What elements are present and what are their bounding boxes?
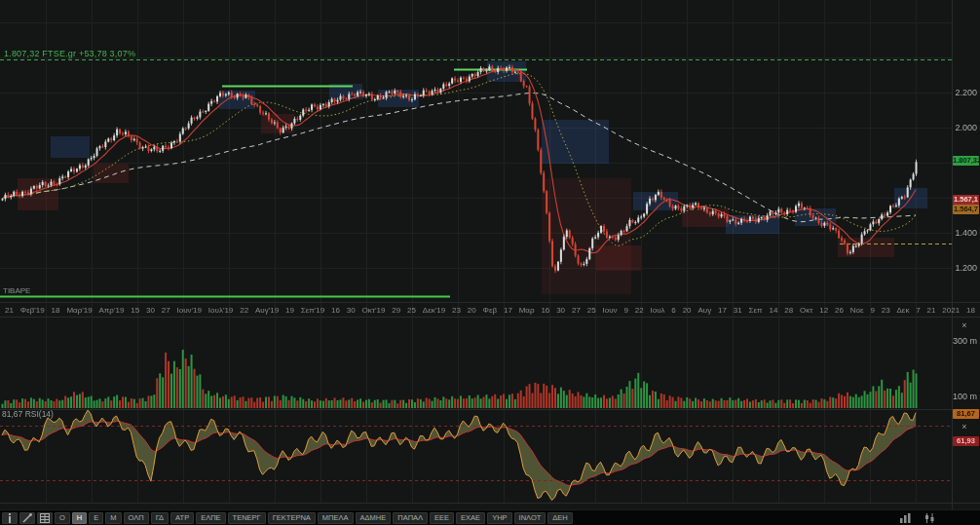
ticker-tenerg[interactable]: ΤΕΝΕΡΓ [228,512,266,524]
time-axis-label: Σεπ'19 [301,306,324,315]
time-axis-label: 21 [927,306,936,315]
time-axis-label: 14 [769,306,777,315]
timeframe-O[interactable]: Ο [55,512,70,524]
ticker-exae[interactable]: ΕΧΑΕ [456,512,485,524]
time-axis-label: 21 [5,306,14,315]
timeframe-H[interactable]: Η [72,512,87,524]
time-axis[interactable]: 21Φεβ'1918Μαρ'19Απρ'19153027Ιουν'19Ιουλ'… [0,304,980,316]
trading-chart-app: 1.807,32 FTSE.gr +53,78 3,07% ΤΙΒΑΡΕ 81,… [0,0,980,525]
draw-icon[interactable] [19,512,35,524]
time-axis-label: 27 [162,306,170,315]
ticker-gd[interactable]: ΓΔ [151,512,169,524]
ticker-olp[interactable]: ΟΛΠ [124,512,149,524]
time-axis-label: Ιουν [602,306,617,315]
time-axis-label: Ιουλ [650,306,664,315]
ticker-atr[interactable]: ΑΤΡ [170,512,194,524]
time-axis-label: 30 [146,306,155,315]
time-axis-label: Οκτ [800,306,812,315]
price-tag: 1.567,1 [953,195,979,205]
time-axis-label: Φεβ [483,306,498,315]
time-axis-label: 16 [541,306,549,315]
time-axis-label: 31 [734,306,742,315]
time-axis-label: 9 [870,306,874,315]
time-axis-label: Αυγ'19 [255,306,279,315]
grid-icon[interactable] [37,512,53,524]
ticker-inlot[interactable]: ΙΝΛΟΤ [514,512,547,524]
candlestick-icon[interactable] [921,512,939,524]
time-axis-label: 20 [683,306,692,315]
price-tag: 1.564,7 [953,205,979,214]
time-axis-label: 12 [819,306,828,315]
close-volume-pane-button[interactable]: × [960,320,969,330]
ticker-gekterna[interactable]: ΓΕΚΤΕΡΝΑ [268,512,316,524]
time-axis-label: 19 [285,306,294,315]
time-axis-label: 7 [916,306,920,315]
timeframe-E[interactable]: Ε [89,512,103,524]
info-icon[interactable] [2,512,18,524]
ticker-admie[interactable]: ΑΔΜΗΕ [356,512,392,524]
time-axis-label: 29 [392,306,400,315]
time-axis-label: Νοε [850,306,864,315]
toolbar-right-icons [896,512,939,524]
time-axis-label: 20 [468,306,476,315]
timeframe-M[interactable]: Μ [105,512,121,524]
ticker-papal[interactable]: ΠΑΠΑΛ [393,512,428,524]
bar-chart-icon[interactable] [896,512,915,524]
time-axis-label: Φεβ'19 [20,306,45,315]
time-axis-label: 15 [131,306,139,315]
time-axis-label: Οκτ'19 [362,306,386,315]
price-tag: 1.807,32 [953,156,979,166]
price-axis-tick: 1.200 [952,263,977,273]
time-axis-label: 22 [635,306,644,315]
time-axis-label: 17 [718,306,727,315]
volume-axis-tick: 100 m [952,392,977,401]
ticker-elpe[interactable]: ΕΛΠΕ [196,512,225,524]
time-axis-label: 30 [347,306,356,315]
ticker-yhr[interactable]: ΥΗΡ [487,512,511,524]
time-axis-label: 16 [331,306,340,315]
time-axis-label: Αυγ [697,306,711,315]
price-axis-tick: 2.000 [952,123,977,132]
ticker-eee[interactable]: ΕΕΕ [430,512,454,524]
time-axis-label: Μαρ [519,306,535,315]
time-axis-label: 18 [52,306,60,315]
time-axis-label: 2021 [942,306,960,315]
ticker-deh[interactable]: ΔΕΗ [547,512,572,524]
time-axis-label: Απρ'19 [99,306,125,315]
time-axis-label: 25 [407,306,416,315]
time-axis-label: Μαρ'19 [66,306,92,315]
time-axis-label: 30 [556,306,565,315]
time-axis-label: Ιουν'19 [177,306,202,315]
time-axis-label: 28 [784,306,793,315]
time-axis-label: Ιουλ'19 [208,306,233,315]
time-axis-label: 18 [966,306,975,315]
time-axis-label: 27 [572,306,581,315]
rsi-value-tag: 81,67 [953,409,979,419]
time-axis-label: 17 [504,306,512,315]
ticker-mpela[interactable]: ΜΠΕΛΑ [318,512,354,524]
volume-axis-tick: 300 m [952,336,977,346]
price-axis-tick: 1.400 [952,228,977,238]
close-rsi-pane-button[interactable]: × [960,422,969,431]
time-axis-label: Σεπ [749,306,763,315]
time-axis-label: 23 [452,306,461,315]
bottom-toolbar: ΟΗΕΜΟΛΠΓΔΑΤΡΕΛΠΕΤΕΝΕΡΓΓΕΚΤΕΡΝΑΜΠΕΛΑΑΔΜΗΕ… [0,509,980,525]
time-axis-label: 23 [882,306,890,315]
time-axis-label: 22 [240,306,248,315]
time-axis-label: 26 [835,306,844,315]
time-axis-label: 25 [587,306,596,315]
time-axis-label: Δεκ [896,306,909,315]
time-axis-label: Δεκ'19 [423,306,445,315]
price-axis-tick: 2.200 [952,88,977,97]
time-axis-label: 6 [671,306,675,315]
time-axis-label: 9 [623,306,627,315]
chart-canvas[interactable] [0,0,980,525]
rsi-value-tag: 61,93 [953,436,979,446]
